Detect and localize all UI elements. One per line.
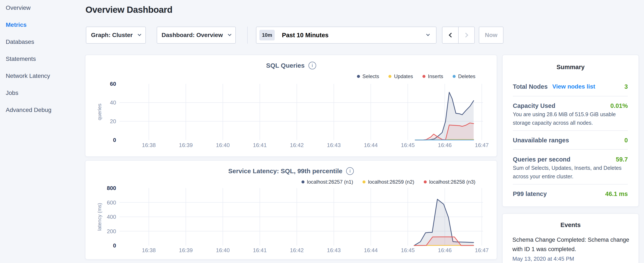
sidebar-item-databases[interactable]: Databases xyxy=(0,34,85,51)
sql-queries-plot[interactable]: 16:3816:3916:4016:4116:4216:4316:4416:45… xyxy=(86,55,497,156)
chart-legend: localhost:26257 (n1)localhost:26259 (n2)… xyxy=(302,179,476,185)
legend-dot-icon xyxy=(302,180,304,183)
svg-text:0: 0 xyxy=(113,137,116,143)
now-button[interactable]: Now xyxy=(479,27,504,44)
time-range-label: Past 10 Minutes xyxy=(282,32,328,39)
svg-text:16:42: 16:42 xyxy=(290,247,304,253)
svg-text:400: 400 xyxy=(107,214,116,220)
svg-text:16:44: 16:44 xyxy=(364,247,378,253)
sidebar-item-statements[interactable]: Statements xyxy=(0,51,85,68)
svg-text:16:44: 16:44 xyxy=(364,142,378,148)
event-item: Schema Change Completed: Schema change w… xyxy=(512,235,632,254)
legend-item[interactable]: Inserts xyxy=(422,73,443,79)
svg-text:latency (ms): latency (ms) xyxy=(96,203,102,231)
svg-text:16:42: 16:42 xyxy=(290,142,304,148)
svg-text:16:38: 16:38 xyxy=(142,247,156,253)
legend-label: localhost:26257 (n1) xyxy=(307,179,353,185)
summary-label: Capacity Used xyxy=(513,102,555,109)
svg-text:16:39: 16:39 xyxy=(179,247,193,253)
time-range-badge: 10m xyxy=(260,30,275,41)
legend-dot-icon xyxy=(453,75,456,78)
svg-text:600: 600 xyxy=(107,199,116,206)
chart-title-row: Service Latency: SQL, 99th percentile i xyxy=(86,167,497,175)
chevron-left-icon xyxy=(448,33,454,38)
summary-value: 46.1 ms xyxy=(605,190,628,197)
summary-row-capacity-used: Capacity Used 0.01% xyxy=(513,102,628,110)
summary-row-unavailable-ranges: Unavailable ranges 0 xyxy=(513,136,628,144)
svg-text:16:38: 16:38 xyxy=(142,142,156,148)
legend-item[interactable]: localhost:26257 (n1) xyxy=(302,179,353,185)
summary-value: 0.01% xyxy=(610,102,628,109)
svg-text:16:43: 16:43 xyxy=(327,142,340,148)
divider xyxy=(513,96,628,96)
dashboard-dropdown[interactable]: Dashboard: Overview xyxy=(157,27,236,44)
svg-text:16:43: 16:43 xyxy=(327,247,340,253)
legend-item[interactable]: localhost:26259 (n2) xyxy=(362,179,414,185)
svg-text:16:46: 16:46 xyxy=(438,247,452,253)
divider xyxy=(513,184,628,184)
graph-dropdown-label: Graph: Cluster xyxy=(91,32,133,39)
dashboard-dropdown-label: Dashboard: Overview xyxy=(162,32,223,39)
legend-dot-icon xyxy=(388,75,392,78)
sidebar-item-network-latency[interactable]: Network Latency xyxy=(0,68,85,85)
info-icon[interactable]: i xyxy=(308,62,316,69)
summary-label: P99 latency xyxy=(513,190,547,197)
svg-text:800: 800 xyxy=(107,185,116,191)
legend-item[interactable]: Deletes xyxy=(453,73,476,79)
sidebar: Overview Metrics Databases Statements Ne… xyxy=(0,0,85,119)
svg-text:16:45: 16:45 xyxy=(401,247,414,253)
summary-row-p99-latency: P99 latency 46.1 ms xyxy=(513,190,628,198)
legend-label: Selects xyxy=(362,73,379,79)
legend-dot-icon xyxy=(424,180,427,183)
view-nodes-list-link[interactable]: View nodes list xyxy=(552,83,595,90)
svg-text:16:46: 16:46 xyxy=(438,142,452,148)
legend-item[interactable]: localhost:26258 (n3) xyxy=(424,179,476,185)
time-range-selector[interactable]: 10m Past 10 Minutes xyxy=(256,27,436,44)
svg-text:16:47: 16:47 xyxy=(475,142,488,148)
legend-item[interactable]: Selects xyxy=(357,73,379,79)
chart-title: Service Latency: SQL, 99th percentile xyxy=(228,167,342,175)
time-pager xyxy=(442,27,475,44)
summary-description: Sum of Selects, Updates, Inserts, and De… xyxy=(513,164,629,181)
sidebar-item-advanced-debug[interactable]: Advanced Debug xyxy=(0,102,85,119)
chevron-down-icon xyxy=(228,33,231,36)
svg-text:16:40: 16:40 xyxy=(216,142,230,148)
summary-title: Summary xyxy=(502,64,638,71)
legend-dot-icon xyxy=(357,75,360,78)
right-panel: Summary Total Nodes View nodes list 3 Ca… xyxy=(502,55,639,263)
chart-title: SQL Queries xyxy=(266,62,304,69)
summary-label: Total Nodes xyxy=(513,83,548,90)
svg-text:16:40: 16:40 xyxy=(216,247,230,253)
service-latency-plot[interactable]: 16:3816:3916:4016:4116:4216:4316:4416:45… xyxy=(86,161,497,259)
svg-text:16:45: 16:45 xyxy=(401,142,414,148)
summary-label: Queries per second xyxy=(513,156,570,163)
sidebar-item-jobs[interactable]: Jobs xyxy=(0,85,85,102)
event-timestamp: May 13, 2020 at 4:45 PM xyxy=(512,255,574,262)
main-content: Overview Dashboard Graph: Cluster Dashbo… xyxy=(85,0,497,263)
legend-label: localhost:26258 (n3) xyxy=(429,179,476,185)
service-latency-chart-card: 16:3816:3916:4016:4116:4216:4316:4416:45… xyxy=(85,160,497,259)
sidebar-item-overview[interactable]: Overview xyxy=(0,0,85,16)
svg-text:queries: queries xyxy=(96,104,102,120)
summary-row-queries-per-second: Queries per second 59.7 xyxy=(513,155,628,164)
svg-text:200: 200 xyxy=(107,228,116,234)
chevron-down-icon xyxy=(138,33,142,36)
divider xyxy=(513,130,628,131)
chart-title-row: SQL Queries i xyxy=(86,62,497,69)
events-panel: Events Schema Change Completed: Schema c… xyxy=(502,213,639,263)
svg-text:20: 20 xyxy=(110,118,116,124)
summary-row-total-nodes: Total Nodes View nodes list 3 xyxy=(513,82,628,91)
chevron-right-icon xyxy=(463,33,468,38)
page-title: Overview Dashboard xyxy=(86,5,172,15)
info-icon[interactable]: i xyxy=(346,167,354,175)
time-forward-button[interactable] xyxy=(458,27,475,44)
legend-item[interactable]: Updates xyxy=(388,73,413,79)
svg-text:40: 40 xyxy=(110,99,116,106)
sidebar-item-metrics[interactable]: Metrics xyxy=(0,16,85,34)
time-back-button[interactable] xyxy=(442,27,458,44)
graph-dropdown[interactable]: Graph: Cluster xyxy=(86,27,146,44)
svg-text:16:39: 16:39 xyxy=(179,142,193,148)
legend-label: Updates xyxy=(394,73,413,79)
legend-label: localhost:26259 (n2) xyxy=(368,179,414,185)
chart-legend: SelectsUpdatesInsertsDeletes xyxy=(357,73,476,79)
